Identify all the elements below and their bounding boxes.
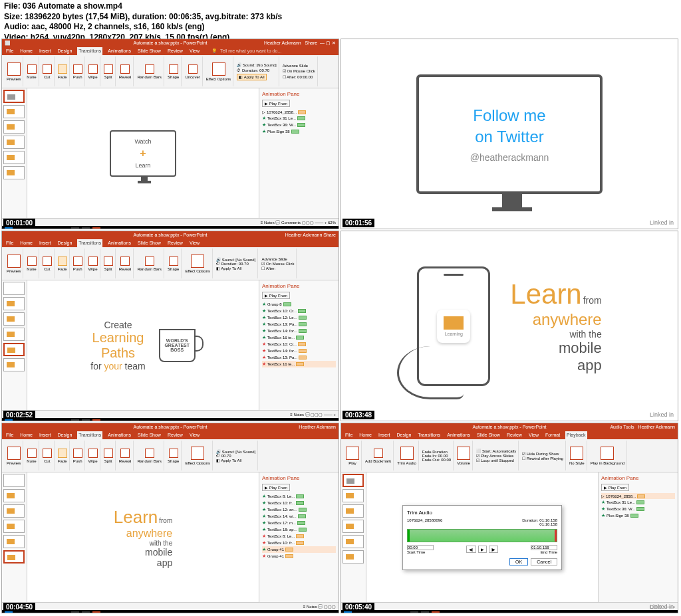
thumb-6: Automate a show.pptx - PowerPointAudio T… bbox=[340, 423, 678, 613]
timestamp: 00:01:00 bbox=[3, 219, 35, 227]
linkedin-logo: Linked in bbox=[650, 219, 674, 226]
file-line: File: 036 Automate a show.mp4 bbox=[4, 1, 282, 12]
file-info: File: 036 Automate a show.mp4 Size: 1839… bbox=[4, 1, 282, 43]
thumb-3: Automate a show.pptx - PowerPointHeather… bbox=[1, 231, 339, 421]
twitter-handle: @heatherackmann bbox=[470, 152, 549, 163]
end-time-input[interactable] bbox=[531, 545, 557, 550]
slide-panel[interactable] bbox=[2, 88, 27, 218]
status-bar: Slide 1 of 6≡ Notes 💬 Comments ▢▢▢ ─── +… bbox=[2, 218, 339, 226]
ribbon-tabs[interactable]: FileHomeInsertDesignTransitionsAnimation… bbox=[2, 47, 339, 55]
follow-text: Follow me on Twitter bbox=[473, 105, 545, 146]
thumb-5: Automate a show.pptx - PowerPointHeather… bbox=[1, 423, 339, 613]
learn-text: Learn from anywhere with the mobile app bbox=[510, 278, 601, 374]
play-from-button[interactable]: ▶ Play From bbox=[262, 100, 290, 107]
thumb-1: ⬜ Automate a show.pptx - PowerPoint Heat… bbox=[1, 39, 339, 229]
ribbon-transitions[interactable]: Preview None Cut Fade Push Wipe Split Re… bbox=[2, 55, 339, 88]
trim-audio-dialog[interactable]: Trim Audio 1076624_28580096Duration: 01:… bbox=[402, 505, 562, 570]
taskbar[interactable]: web and Windows bbox=[2, 226, 339, 229]
thumbnail-grid: ⬜ Automate a show.pptx - PowerPoint Heat… bbox=[1, 39, 678, 613]
slide-canvas[interactable]: Watch + Learn bbox=[27, 88, 259, 218]
monitor-graphic: Follow me on Twitter @heatherackmann bbox=[416, 74, 603, 194]
app-icon: Learning bbox=[437, 310, 470, 343]
size-line: Size: 18396220 bytes (17,54 MiB), durati… bbox=[4, 12, 282, 23]
waveform[interactable] bbox=[407, 529, 557, 542]
window-titlebar: ⬜ Automate a show.pptx - PowerPoint Heat… bbox=[2, 39, 339, 47]
audio-line: Audio: aac, 48000 Hz, 2 channels, s16, 1… bbox=[4, 22, 282, 33]
animation-pane[interactable]: Animation Pane ▶ Play From ▷1076624_2858… bbox=[259, 88, 339, 218]
timestamp: 00:01:56 bbox=[342, 219, 374, 227]
playback-controls[interactable]: ◀|▶|▶ bbox=[466, 546, 498, 553]
thumb-2: Follow me on Twitter @heatherackmann 00:… bbox=[340, 39, 678, 229]
cancel-button[interactable]: Cancel bbox=[531, 558, 557, 565]
mug-graphic: WORLD'S GREATEST BOSS bbox=[159, 329, 196, 362]
ok-button[interactable]: OK bbox=[509, 558, 528, 565]
thumb-4: Learning Learn from anywhere with the mo… bbox=[340, 231, 678, 421]
start-time-input[interactable] bbox=[407, 545, 434, 550]
